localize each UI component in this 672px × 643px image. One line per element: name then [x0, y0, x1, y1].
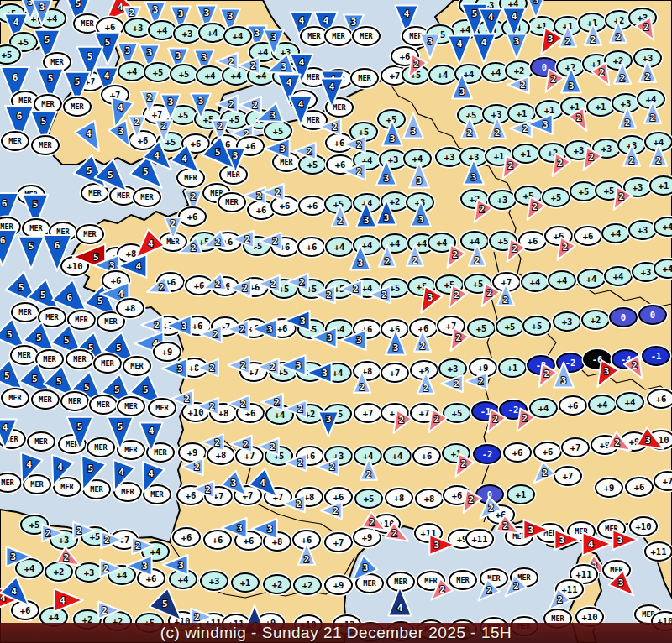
svg-text:+3: +3: [574, 145, 585, 155]
svg-text:+4: +4: [333, 368, 344, 378]
svg-text:+4: +4: [470, 236, 480, 246]
svg-text:3: 3: [326, 414, 332, 425]
svg-text:+4: +4: [464, 69, 475, 79]
svg-text:+6: +6: [634, 482, 645, 492]
svg-text:4: 4: [404, 8, 410, 19]
svg-text:+6: +6: [512, 447, 523, 457]
svg-text:+5: +5: [466, 110, 477, 120]
svg-text:+4: +4: [24, 563, 35, 573]
svg-text:4: 4: [118, 467, 124, 478]
sea-label: MER: [449, 570, 478, 591]
svg-text:3: 3: [645, 435, 651, 446]
temp-badge: +2: [604, 50, 633, 71]
svg-text:2: 2: [326, 290, 332, 301]
temp-badge: -2: [473, 444, 502, 465]
temp-badge: +1: [507, 484, 536, 505]
svg-text:2: 2: [455, 332, 461, 343]
svg-text:3: 3: [433, 540, 439, 551]
temp-badge: +3: [200, 571, 229, 592]
svg-text:4: 4: [60, 595, 66, 606]
svg-text:2: 2: [385, 256, 391, 267]
sea-label: MER: [93, 353, 123, 374]
svg-text:2: 2: [239, 324, 245, 335]
svg-text:4: 4: [329, 81, 335, 92]
svg-text:6: 6: [55, 240, 60, 251]
svg-text:+6: +6: [192, 321, 203, 331]
svg-text:2: 2: [329, 462, 335, 473]
svg-text:+4: +4: [207, 28, 218, 38]
svg-text:MER: MER: [307, 116, 320, 124]
svg-text:2: 2: [503, 295, 509, 306]
svg-text:MER: MER: [225, 198, 239, 206]
temp-badge: +2: [293, 575, 323, 596]
svg-text:4: 4: [104, 71, 110, 81]
svg-text:2: 2: [503, 520, 509, 531]
svg-text:5: 5: [41, 116, 47, 127]
svg-text:5: 5: [118, 421, 123, 432]
svg-text:3: 3: [384, 173, 390, 184]
svg-text:MER: MER: [88, 189, 102, 197]
svg-text:+4: +4: [663, 222, 672, 232]
svg-text:+4: +4: [47, 13, 58, 24]
svg-text:4: 4: [148, 468, 154, 479]
svg-text:3: 3: [198, 96, 204, 107]
svg-text:+5: +5: [273, 126, 284, 136]
temp-badge: +7: [554, 466, 583, 487]
svg-text:MER: MER: [121, 488, 134, 496]
temp-badge: +4: [383, 446, 412, 467]
svg-text:2: 2: [629, 155, 635, 166]
temp-badge: +7: [324, 532, 354, 553]
svg-text:+9: +9: [333, 580, 344, 590]
temp-badge: +1: [498, 358, 528, 379]
svg-text:2: 2: [522, 413, 528, 424]
temp-badge: +8: [353, 361, 382, 382]
temp-badge: +8: [415, 489, 444, 510]
svg-text:MER: MER: [363, 579, 376, 588]
svg-text:4: 4: [323, 15, 329, 26]
svg-text:6: 6: [66, 292, 72, 303]
svg-text:+2: +2: [390, 196, 401, 206]
svg-text:+11: +11: [576, 569, 592, 579]
temp-badge: +6: [503, 442, 533, 463]
sea-label: MER: [76, 224, 105, 245]
svg-text:2: 2: [618, 191, 624, 202]
svg-text:MER: MER: [140, 193, 154, 201]
svg-text:5: 5: [93, 252, 99, 263]
temp-badge: +2: [263, 574, 292, 595]
svg-text:2: 2: [370, 517, 375, 528]
svg-text:2: 2: [439, 584, 445, 595]
temp-badge: +5: [443, 403, 472, 424]
svg-text:+7: +7: [333, 537, 344, 547]
svg-text:+11: +11: [651, 546, 667, 557]
svg-text:+5: +5: [473, 279, 484, 289]
svg-text:+6: +6: [656, 394, 667, 404]
svg-text:2: 2: [297, 457, 303, 468]
svg-text:+5: +5: [18, 37, 29, 47]
svg-text:3: 3: [393, 342, 399, 353]
temp-badge: +6: [270, 196, 300, 217]
svg-text:2: 2: [64, 552, 70, 563]
svg-text:2: 2: [599, 67, 605, 78]
temp-badge: +5: [0, 44, 22, 65]
svg-text:+8: +8: [419, 365, 430, 375]
svg-text:3: 3: [561, 375, 567, 386]
svg-text:+1: +1: [596, 102, 606, 112]
svg-text:4: 4: [154, 150, 160, 161]
svg-text:2: 2: [240, 399, 246, 410]
svg-text:2: 2: [625, 118, 631, 128]
svg-text:+1: +1: [517, 108, 528, 118]
svg-text:4: 4: [488, 12, 494, 23]
svg-text:5: 5: [32, 374, 38, 384]
svg-text:+5: +5: [476, 323, 487, 333]
temp-badge: +6: [574, 226, 603, 247]
svg-text:+5: +5: [165, 137, 176, 147]
svg-text:MER: MER: [117, 191, 130, 200]
svg-text:+5: +5: [179, 69, 190, 79]
svg-text:+6: +6: [245, 141, 256, 151]
svg-text:2: 2: [270, 362, 276, 373]
svg-text:2: 2: [452, 249, 458, 260]
svg-text:+4: +4: [231, 71, 242, 81]
sea-label: MER: [27, 431, 56, 452]
svg-text:2: 2: [478, 376, 484, 387]
svg-text:+6: +6: [422, 451, 433, 461]
